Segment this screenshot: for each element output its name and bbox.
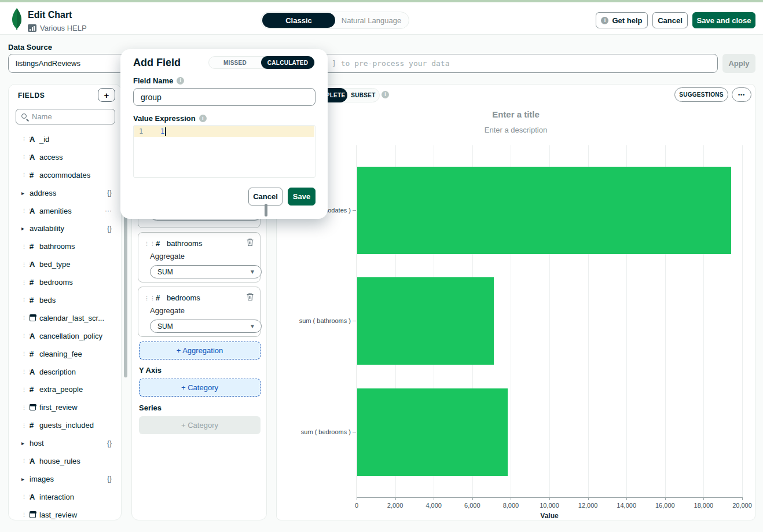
drag-handle-icon[interactable]: ⋮⋮ — [144, 295, 152, 301]
field-item-bedrooms[interactable]: ⋮⋮#bedrooms — [9, 273, 121, 291]
get-help-button[interactable]: i Get help — [596, 12, 648, 28]
field-item-access[interactable]: ⋮⋮Aaccess — [9, 148, 121, 166]
info-icon[interactable]: i — [177, 77, 184, 85]
drag-handle-icon[interactable]: ⋮⋮ — [21, 494, 30, 500]
drag-handle-icon[interactable]: ⋮⋮ — [21, 208, 30, 214]
string-type-icon: A — [30, 457, 39, 465]
add-category-button[interactable]: + Category — [139, 379, 261, 397]
drag-handle-icon[interactable]: ⋮⋮ — [21, 262, 30, 267]
drag-handle-icon[interactable]: ⋮⋮ — [144, 241, 152, 247]
missed-calculated-toggle: MISSED CALCULATED — [208, 56, 315, 69]
field-item-bed_type[interactable]: ⋮⋮Abed_type — [9, 255, 121, 273]
drag-handle-icon[interactable]: ⋮⋮ — [21, 405, 30, 410]
add-field-button[interactable]: + — [98, 88, 115, 102]
field-name: images — [30, 475, 54, 483]
field-item-extra_people[interactable]: ⋮⋮#extra_people — [9, 380, 121, 398]
x-tick-mark — [549, 498, 550, 500]
x-tick-label: 6,000 — [455, 502, 490, 509]
x-tick-label: 2,000 — [378, 502, 413, 509]
expand-caret-icon[interactable]: ▸ — [21, 476, 30, 482]
drag-handle-icon[interactable]: ⋮⋮ — [21, 244, 30, 250]
value-expression-editor[interactable]: 1 1 — [133, 125, 316, 178]
aggregation-card-bedrooms: ⋮⋮ # bedrooms Aggregate SUM ▼ — [138, 287, 261, 337]
x-tick-mark — [395, 498, 396, 500]
field-item-images[interactable]: ▸images{} — [9, 470, 121, 488]
drag-handle-icon[interactable]: ⋮⋮ — [21, 423, 30, 428]
number-type-icon: # — [30, 296, 39, 304]
tab-classic[interactable]: Classic — [262, 13, 335, 28]
drag-handle-icon[interactable]: ⋮⋮ — [21, 458, 30, 464]
apply-button[interactable]: Apply — [722, 54, 755, 73]
field-item-calendar_last_scr[interactable]: ⋮⋮calendar_last_scr... — [9, 309, 121, 327]
field-item-interaction[interactable]: ⋮⋮Ainteraction — [9, 488, 121, 506]
x-tick-mark — [626, 498, 627, 500]
field-item-bathrooms[interactable]: ⋮⋮#bathrooms — [9, 237, 121, 255]
field-name-input[interactable] — [133, 88, 316, 106]
modal-save-button[interactable]: Save — [288, 188, 316, 206]
field-item-amenities[interactable]: ⋮⋮Aamenities··· — [9, 202, 121, 220]
field-item-house_rules[interactable]: ⋮⋮Ahouse_rules — [9, 452, 121, 470]
tab-missed[interactable]: MISSED — [209, 56, 261, 69]
tab-subset[interactable]: SUBSET — [347, 88, 379, 102]
delete-field-icon[interactable] — [246, 292, 254, 303]
grid-line — [742, 145, 743, 497]
add-aggregation-button[interactable]: + Aggregation — [139, 342, 261, 359]
drag-handle-icon[interactable]: ⋮⋮ — [21, 387, 30, 392]
field-item-guests_included[interactable]: ⋮⋮#guests_included — [9, 416, 121, 434]
expand-caret-icon[interactable]: ▸ — [21, 440, 30, 446]
y-axis-section-label: Y Axis — [139, 366, 162, 375]
number-type-icon: # — [156, 239, 163, 248]
more-options-button[interactable]: ••• — [732, 87, 751, 102]
drag-handle-icon[interactable]: ⋮⋮ — [21, 351, 30, 357]
chart-title-placeholder[interactable]: Enter a title — [277, 109, 755, 119]
fields-list: ⋮⋮A_id⋮⋮Aaccess⋮⋮#accommodates▸address{}… — [9, 130, 121, 520]
drag-handle-icon[interactable]: ⋮⋮ — [21, 136, 30, 142]
encoding-scrollbar[interactable] — [265, 204, 267, 217]
number-type-icon: # — [30, 242, 39, 251]
chart-description-placeholder[interactable]: Enter a description — [277, 126, 755, 134]
drag-handle-icon[interactable]: ⋮⋮ — [21, 369, 30, 375]
field-item-accommodates[interactable]: ⋮⋮#accommodates — [9, 166, 121, 184]
field-item-_id[interactable]: ⋮⋮A_id — [9, 130, 121, 148]
aggregate-select-bathrooms[interactable]: SUM ▼ — [150, 265, 262, 278]
drag-handle-icon[interactable]: ⋮⋮ — [21, 154, 30, 160]
x-tick-label: 14,000 — [609, 502, 644, 509]
field-item-host[interactable]: ▸host{} — [9, 434, 121, 452]
tab-natural-language[interactable]: Natural Language — [335, 13, 408, 28]
drag-handle-icon[interactable]: ⋮⋮ — [21, 512, 30, 518]
field-item-last_review[interactable]: ⋮⋮last_review — [9, 506, 121, 520]
drag-handle-icon[interactable]: ⋮⋮ — [21, 172, 30, 178]
text-cursor — [165, 127, 166, 136]
cancel-button[interactable]: Cancel — [652, 12, 688, 28]
tab-calculated[interactable]: CALCULATED — [261, 56, 314, 69]
field-item-description[interactable]: ⋮⋮Adescription — [9, 363, 121, 381]
x-tick-label: 18,000 — [686, 502, 721, 509]
drag-handle-icon[interactable]: ⋮⋮ — [21, 280, 30, 285]
field-search-input[interactable]: Name — [16, 109, 115, 124]
save-and-close-button[interactable]: Save and close — [692, 12, 755, 28]
delete-field-icon[interactable] — [246, 238, 254, 248]
drag-handle-icon[interactable]: ⋮⋮ — [21, 333, 30, 339]
x-axis-title: Value — [520, 512, 578, 520]
sample-info-icon[interactable]: i — [382, 91, 389, 98]
field-item-beds[interactable]: ⋮⋮#beds — [9, 291, 121, 309]
encoding-field-name: bathrooms — [167, 239, 202, 248]
drag-handle-icon[interactable]: ⋮⋮ — [21, 315, 30, 321]
x-axis-line — [357, 497, 743, 498]
expand-caret-icon[interactable]: ▸ — [21, 190, 30, 196]
number-type-icon: # — [30, 385, 39, 394]
modal-cancel-button[interactable]: Cancel — [248, 188, 283, 206]
aggregate-label: Aggregate — [150, 252, 185, 261]
x-tick-mark — [472, 498, 473, 500]
x-tick-label: 16,000 — [648, 502, 683, 509]
info-icon[interactable]: i — [199, 115, 207, 122]
expand-caret-icon[interactable]: ▸ — [21, 225, 30, 232]
field-item-availability[interactable]: ▸availability{} — [9, 219, 121, 237]
field-item-cancellation_policy[interactable]: ⋮⋮Acancellation_policy — [9, 327, 121, 345]
field-item-address[interactable]: ▸address{} — [9, 184, 121, 202]
field-item-first_review[interactable]: ⋮⋮first_review — [9, 398, 121, 416]
field-item-cleaning_fee[interactable]: ⋮⋮#cleaning_fee — [9, 345, 121, 363]
suggestions-button[interactable]: SUGGESTIONS — [674, 87, 728, 102]
drag-handle-icon[interactable]: ⋮⋮ — [21, 297, 30, 303]
page-title: Edit Chart — [28, 10, 72, 20]
